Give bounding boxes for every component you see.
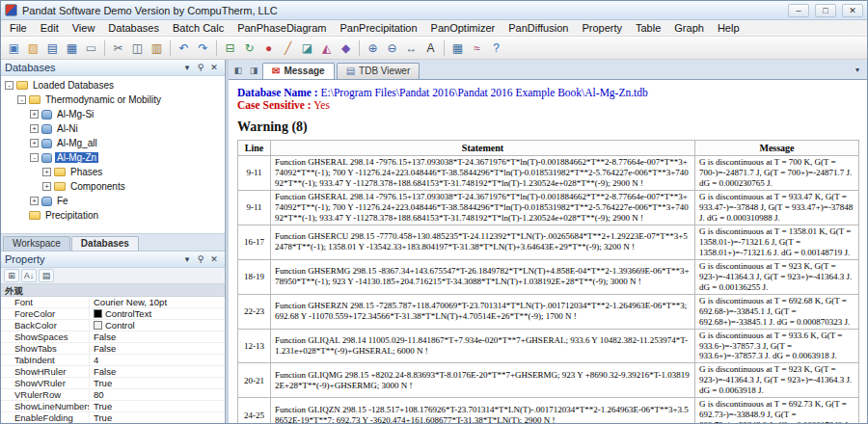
- tree-item[interactable]: + Al-Mg-Si: [1, 107, 225, 121]
- menu-file[interactable]: File: [3, 20, 34, 36]
- tree-expander[interactable]: -: [17, 95, 26, 104]
- maximize-button[interactable]: □: [815, 4, 836, 17]
- property-value[interactable]: Courier New, 10pt: [90, 297, 225, 307]
- property-row[interactable]: TabIndent 4: [1, 355, 225, 366]
- tree-expander[interactable]: -: [30, 153, 39, 162]
- alphabetical-icon[interactable]: A↓: [21, 269, 37, 282]
- property-category[interactable]: 外观: [1, 284, 225, 297]
- point-calculation-icon[interactable]: ●: [259, 39, 278, 57]
- property-panel-dropdown-icon[interactable]: ▾: [180, 253, 194, 266]
- warning-table-row[interactable]: 20-21 Function GLIQMG 298.15 +8202.24-8.…: [238, 363, 859, 398]
- property-panel-close-icon[interactable]: ✕: [207, 253, 221, 266]
- panel-dropdown-icon[interactable]: ▾: [180, 62, 194, 74]
- warning-table-row[interactable]: 16-17 Function GHSERCU 298.15 -7770.458+…: [238, 225, 859, 259]
- save-icon[interactable]: ▤: [43, 39, 62, 57]
- tab-list-dropdown-icon[interactable]: ▾: [851, 63, 864, 76]
- property-row[interactable]: VRulerRow 80: [1, 389, 225, 401]
- property-row[interactable]: Font Courier New, 10pt: [1, 297, 225, 308]
- menu-table[interactable]: Table: [629, 20, 667, 36]
- menu-help[interactable]: Help: [711, 20, 746, 36]
- tree-expander[interactable]: +: [42, 182, 51, 191]
- solidification-icon[interactable]: ◆: [337, 39, 355, 57]
- warning-table-row[interactable]: 9-11 Function GHSERAL 298.14 -7976.15+13…: [238, 190, 859, 225]
- zoom-out-icon[interactable]: ⊖: [383, 39, 401, 57]
- table-icon[interactable]: ▦: [448, 39, 467, 57]
- save-all-icon[interactable]: ▦: [63, 39, 81, 57]
- property-value[interactable]: 4: [90, 355, 225, 365]
- warning-table-row[interactable]: 9-11 Function GHSERAL 298.14 -7976.15+13…: [238, 156, 859, 191]
- redo-icon[interactable]: ↷: [194, 39, 212, 57]
- tab-message[interactable]: ✉ Message: [262, 63, 335, 79]
- property-value[interactable]: 80: [90, 389, 225, 400]
- section-calculation-icon[interactable]: ◪: [298, 39, 316, 57]
- menu-edit[interactable]: Edit: [34, 20, 66, 36]
- label-icon[interactable]: A: [421, 39, 440, 57]
- tree-item[interactable]: - Loaded Databases: [1, 78, 225, 93]
- tab-workspace[interactable]: Workspace: [3, 236, 70, 251]
- panel-close-icon[interactable]: ✕: [207, 62, 221, 74]
- property-value[interactable]: Control: [90, 320, 225, 331]
- property-row[interactable]: BackColor Control: [1, 320, 225, 331]
- panel-pin-icon[interactable]: ⚲: [194, 62, 207, 74]
- print-icon[interactable]: ▭: [82, 39, 100, 57]
- tree-expander[interactable]: +: [30, 110, 39, 119]
- tree-item[interactable]: - Thermodynamic or Mobility: [1, 93, 225, 107]
- property-row[interactable]: ShowSpaces False: [1, 331, 225, 343]
- categorized-icon[interactable]: ⊞: [4, 269, 19, 282]
- tab-databases[interactable]: Databases: [71, 236, 139, 251]
- property-value[interactable]: ControlText: [90, 308, 225, 319]
- warning-table-row[interactable]: 24-25 Function GLIQZN 298.15 -128.517+10…: [238, 398, 859, 423]
- new-workspace-icon[interactable]: ▣: [5, 39, 23, 57]
- property-value[interactable]: False: [90, 343, 225, 354]
- menu-graph[interactable]: Graph: [667, 20, 711, 36]
- tree-item[interactable]: + Al-Mg_all: [1, 136, 225, 150]
- tree-expander[interactable]: +: [30, 197, 39, 205]
- help-icon[interactable]: ?: [487, 39, 505, 57]
- tree-expander[interactable]: +: [30, 124, 39, 133]
- property-pages-icon[interactable]: ▤: [39, 269, 54, 282]
- dock-left-icon[interactable]: ◧: [231, 64, 245, 77]
- warning-table-row[interactable]: 12-13 Function GLIQAL 298.14 11005.029-1…: [238, 329, 859, 363]
- dock-right-icon[interactable]: ◨: [247, 64, 260, 77]
- property-row[interactable]: EnableFolding True: [1, 412, 225, 423]
- paste-icon[interactable]: ▥: [148, 39, 166, 57]
- property-row[interactable]: ShowTabs False: [1, 343, 225, 355]
- line-calculation-icon[interactable]: ╱: [279, 39, 297, 57]
- tree-item[interactable]: Precipitation: [1, 208, 225, 223]
- property-panel-pin-icon[interactable]: ⚲: [194, 253, 207, 266]
- warning-table-row[interactable]: 18-19 Function GHSERMG 298.15 -8367.34+1…: [238, 259, 859, 294]
- tree-expander[interactable]: +: [42, 168, 51, 176]
- graph-icon[interactable]: ≈: [468, 39, 486, 57]
- warning-table-row[interactable]: 22-23 Function GHSERZN 298.15 -7285.787+…: [238, 294, 859, 329]
- load-database-icon[interactable]: ⊟: [221, 39, 239, 57]
- tree-item[interactable]: + Phases: [1, 165, 225, 179]
- property-row[interactable]: ShowHRuler False: [1, 366, 225, 378]
- undo-icon[interactable]: ↶: [175, 39, 193, 57]
- refresh-database-icon[interactable]: ↻: [240, 39, 258, 57]
- menu-pandiffusion[interactable]: PanDiffusion: [502, 20, 575, 36]
- tree-expander[interactable]: -: [5, 81, 14, 90]
- property-value[interactable]: False: [90, 331, 225, 342]
- property-row[interactable]: ShowLineNumbers True: [1, 401, 225, 412]
- menu-batch-calc[interactable]: Batch Calc: [166, 20, 231, 36]
- property-row[interactable]: ForeColor ControlText: [1, 308, 225, 320]
- menu-panprecipitation[interactable]: PanPrecipitation: [334, 20, 424, 36]
- property-value[interactable]: False: [90, 366, 225, 377]
- copy-icon[interactable]: ◫: [128, 39, 147, 57]
- close-button[interactable]: ✕: [842, 4, 863, 17]
- property-row[interactable]: ShowVRuler True: [1, 378, 225, 389]
- tab-tdb-viewer[interactable]: ▤ TDB Viewer: [337, 63, 420, 79]
- minimize-button[interactable]: –: [788, 4, 809, 17]
- property-value[interactable]: True: [90, 401, 225, 411]
- menu-property[interactable]: Property: [575, 20, 629, 36]
- tree-item[interactable]: - Al-Mg-Zn: [1, 150, 225, 165]
- property-value[interactable]: True: [90, 378, 225, 388]
- property-value[interactable]: True: [90, 412, 225, 423]
- phase-diagram-icon[interactable]: ◭: [317, 39, 336, 57]
- menu-databases[interactable]: Databases: [101, 20, 166, 36]
- tree-item[interactable]: + Fe: [1, 194, 225, 208]
- menu-panphasediagram[interactable]: PanPhaseDiagram: [231, 20, 333, 36]
- cut-icon[interactable]: ✂: [109, 39, 127, 57]
- pan-icon[interactable]: ↔: [402, 39, 420, 57]
- menu-view[interactable]: View: [66, 20, 102, 36]
